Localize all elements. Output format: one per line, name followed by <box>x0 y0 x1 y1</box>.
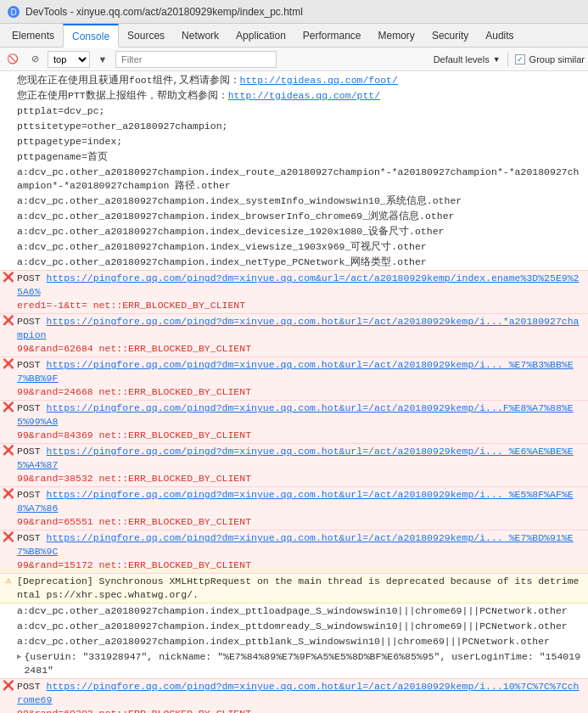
console-output: 您现在正在使用且获通用foot组件,又档请参阅：http://tgideas.q… <box>0 71 588 713</box>
tab-network[interactable]: Network <box>173 24 227 48</box>
group-similar-checkbox[interactable] <box>515 54 525 65</box>
console-text: a:dcv_pc.other_a20180927champion.index_n… <box>17 255 427 269</box>
expand-arrow-icon[interactable]: ▶ <box>17 650 21 664</box>
error-link[interactable]: https://pingfore.qq.com/pingd?dm=xinyue.… <box>17 681 580 705</box>
list-item: ❌ POST https://pingfore.qq.com/pingd?dm=… <box>0 443 588 487</box>
console-text: a:dcv_pc.other_a20180927champion.index_v… <box>17 240 427 254</box>
list-item: a:dcv_pc.other_a20180927champion.index_p… <box>0 619 588 634</box>
console-text: a:dcv_pc.other_a20180927champion.index_p… <box>17 635 550 648</box>
console-text: {userUin: "331928947", nickName: "%E7%84… <box>24 650 585 677</box>
context-selector[interactable]: top <box>48 51 90 68</box>
list-item: a:dcv_pc.other_a20180927champion.index_p… <box>0 604 588 619</box>
group-similar-label: Group similar <box>529 54 585 65</box>
list-item: a:dcv_pc.other_a20180927champion.index_r… <box>0 165 588 194</box>
console-text: a:dcv_pc.other_a20180927champion.index_p… <box>17 620 568 633</box>
window-title: DevTools - xinyue.qq.com/act/a20180929ke… <box>25 6 303 18</box>
filter-input[interactable] <box>115 51 277 68</box>
tab-application[interactable]: Application <box>227 24 294 48</box>
list-item: ❌ POST https://pingfore.qq.com/pingd?dm=… <box>0 356 588 401</box>
list-item: a:dcv_pc.other_a20180927champion.index_v… <box>0 239 588 255</box>
error-icon: ❌ <box>3 402 14 413</box>
tab-console[interactable]: Console <box>63 24 119 48</box>
console-text: POST https://pingfore.qq.com/pingd?dm=xi… <box>17 488 585 529</box>
list-item: ❌ POST https://pingfore.qq.com/pingd?dm=… <box>0 313 588 357</box>
console-text: [Deprecation] Synchronous XMLHttpRequest… <box>17 575 585 602</box>
group-similar-toggle[interactable]: Group similar <box>515 54 585 65</box>
console-text: a:dcv_pc.other_a20180927champion.index_p… <box>17 604 568 618</box>
svg-text:D: D <box>10 8 16 17</box>
error-link[interactable]: https://pingfore.qq.com/pingd?dm=xinyue.… <box>17 402 574 427</box>
devtools-icon: D <box>7 5 20 19</box>
ptt-link[interactable]: http://tgideas.qq.com/ptt/ <box>228 90 380 101</box>
console-toolbar: 🚫 ⊘ top ▼ Default levels ▼ Group similar <box>0 48 588 71</box>
default-levels-arrow[interactable]: ▼ <box>493 55 501 64</box>
execution-context-button[interactable]: ▼ <box>93 50 112 69</box>
list-item: ❌ POST https://pingfore.qq.com/pingd?dm=… <box>0 530 588 574</box>
error-link[interactable]: https://pingfore.qq.com/pingd?dm=xinyue.… <box>17 446 574 470</box>
console-text: pttplat=dcv_pc; <box>17 104 105 118</box>
error-link[interactable]: https://pingfore.qq.com/pingd?dm=xinyue.… <box>17 316 580 340</box>
console-text: POST https://pingfore.qq.com/pingd?dm=xi… <box>17 272 585 312</box>
error-link[interactable]: https://pingfore.qq.com/pingd?dm=xinyue.… <box>17 359 574 384</box>
console-text: pttsitetype=other_a20180927champion; <box>17 120 227 133</box>
tab-security[interactable]: Security <box>423 24 477 48</box>
list-item: a:dcv_pc.other_a20180927champion.index_b… <box>0 209 588 224</box>
error-icon: ❌ <box>3 359 14 369</box>
error-icon: ❌ <box>3 489 14 499</box>
list-item: ❌ POST https://pingfore.qq.com/pingd?dm=… <box>0 678 588 713</box>
list-item: ⚠ [Deprecation] Synchronous XMLHttpReque… <box>0 573 588 604</box>
list-item: pttsitetype=other_a20180927champion; <box>0 119 588 134</box>
console-text: 您现在正在使用且获通用foot组件,又档请参阅：http://tgideas.q… <box>17 74 398 87</box>
error-icon: ❌ <box>3 316 14 326</box>
list-item: a:dcv_pc.other_a20180927champion.index_p… <box>0 634 588 649</box>
error-icon: ❌ <box>3 446 14 456</box>
list-item: pttpagetype=index; <box>0 134 588 149</box>
tab-audits[interactable]: Audits <box>477 24 522 48</box>
list-item: pttplat=dcv_pc; <box>0 104 588 119</box>
list-item: ❌ POST https://pingfore.qq.com/pingd?dm=… <box>0 270 588 314</box>
error-link[interactable]: https://pingfore.qq.com/pingd?dm=xinyue.… <box>17 532 574 557</box>
list-item: pttpagename=首页 <box>0 149 588 165</box>
console-text: POST https://pingfore.qq.com/pingd?dm=xi… <box>17 680 585 713</box>
list-item[interactable]: ▶ {userUin: "331928947", nickName: "%E7%… <box>0 649 588 678</box>
console-text: a:dcv_pc.other_a20180927champion.index_s… <box>17 194 462 208</box>
tab-memory[interactable]: Memory <box>370 24 423 48</box>
console-text: a:dcv_pc.other_a20180927champion.index_b… <box>17 210 454 223</box>
list-item: a:dcv_pc.other_a20180927champion.index_s… <box>0 194 588 209</box>
console-text: pttpagetype=index; <box>17 135 122 149</box>
list-item: ❌ POST https://pingfore.qq.com/pingd?dm=… <box>0 486 588 531</box>
console-text: POST https://pingfore.qq.com/pingd?dm=xi… <box>17 401 585 442</box>
nav-tabs: Elements Console Sources Network Applica… <box>0 24 588 48</box>
console-text: POST https://pingfore.qq.com/pingd?dm=xi… <box>17 531 585 572</box>
console-text: POST https://pingfore.qq.com/pingd?dm=xi… <box>17 358 585 399</box>
list-item: 您正在使用PTT数据上报组件，帮助文档参阅：http://tgideas.qq.… <box>0 88 588 104</box>
warning-icon: ⚠ <box>3 575 14 586</box>
error-icon: ❌ <box>3 532 14 542</box>
tab-elements[interactable]: Elements <box>3 24 63 48</box>
console-text: a:dcv_pc.other_a20180927champion.index_r… <box>17 166 585 193</box>
console-text: a:dcv_pc.other_a20180927champion.index_d… <box>17 225 444 239</box>
title-bar: D DevTools - xinyue.qq.com/act/a20180929… <box>0 0 588 24</box>
console-text: 您正在使用PTT数据上报组件，帮助文档参阅：http://tgideas.qq.… <box>17 89 380 103</box>
preserve-log-button[interactable]: ⊘ <box>25 50 44 69</box>
tab-performance[interactable]: Performance <box>294 24 370 48</box>
divider <box>507 53 508 66</box>
console-text: POST https://pingfore.qq.com/pingd?dm=xi… <box>17 315 585 356</box>
tab-sources[interactable]: Sources <box>119 24 173 48</box>
error-link[interactable]: https://pingfore.qq.com/pingd?dm=xinyue.… <box>17 489 574 514</box>
list-item: a:dcv_pc.other_a20180927champion.index_d… <box>0 224 588 239</box>
list-item: 您现在正在使用且获通用foot组件,又档请参阅：http://tgideas.q… <box>0 73 588 88</box>
error-icon: ❌ <box>3 681 14 691</box>
error-icon: ❌ <box>3 272 14 283</box>
list-item: ❌ POST https://pingfore.qq.com/pingd?dm=… <box>0 400 588 444</box>
list-item: a:dcv_pc.other_a20180927champion.index_n… <box>0 255 588 270</box>
clear-console-button[interactable]: 🚫 <box>3 50 22 69</box>
console-text: pttpagename=首页 <box>17 150 108 164</box>
foot-link[interactable]: http://tgideas.qq.com/foot/ <box>240 75 398 86</box>
default-levels[interactable]: Default levels ▼ <box>434 54 501 65</box>
default-levels-label: Default levels <box>434 54 490 65</box>
console-text: POST https://pingfore.qq.com/pingd?dm=xi… <box>17 445 585 486</box>
error-link[interactable]: https://pingfore.qq.com/pingd?dm=xinyue.… <box>17 272 580 297</box>
